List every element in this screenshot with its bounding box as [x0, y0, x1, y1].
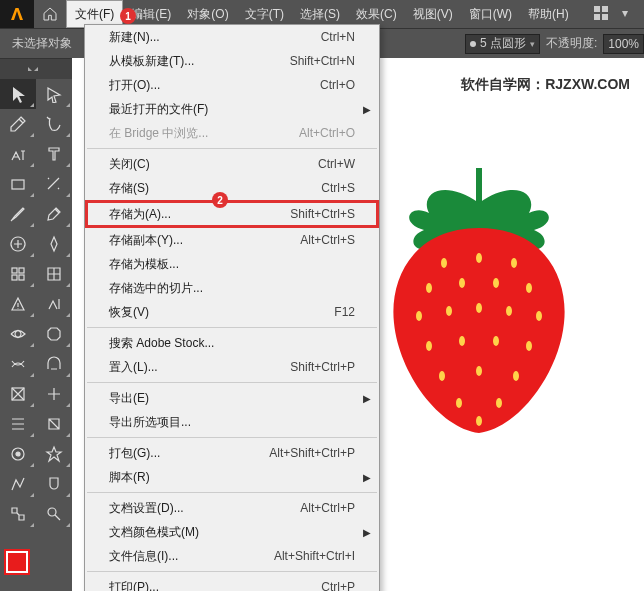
annotation-badge-1: 1: [120, 8, 136, 24]
svg-point-30: [476, 366, 482, 376]
svg-point-17: [459, 278, 465, 288]
menu-item-3[interactable]: 最近打开的文件(F)▶: [85, 97, 379, 121]
menu-item-27[interactable]: 打印(P)...Ctrl+P: [85, 575, 379, 591]
menu-item-4: 在 Bridge 中浏览...Alt+Ctrl+O: [85, 121, 379, 145]
stroke-profile-dropdown[interactable]: 5 点圆形 ▾: [465, 34, 540, 54]
svg-rect-6: [19, 268, 24, 273]
svg-rect-4: [12, 180, 24, 189]
menu-window[interactable]: 窗口(W): [461, 0, 520, 28]
app-logo-icon: [0, 0, 34, 28]
svg-rect-3: [602, 14, 608, 20]
home-icon[interactable]: [34, 0, 66, 28]
tool-22[interactable]: [0, 409, 36, 439]
tool-7[interactable]: [36, 169, 72, 199]
svg-point-20: [416, 311, 422, 321]
tool-14[interactable]: [0, 289, 36, 319]
svg-point-29: [439, 371, 445, 381]
opacity-label: 不透明度:: [546, 35, 597, 52]
tool-12[interactable]: [0, 259, 36, 289]
menu-item-8[interactable]: 存储为(A)...Shift+Ctrl+S: [85, 200, 379, 228]
tool-9[interactable]: [36, 199, 72, 229]
tool-27[interactable]: [36, 469, 72, 499]
menu-item-11[interactable]: 存储选中的切片...: [85, 276, 379, 300]
selection-status: 未选择对象: [12, 35, 72, 52]
tool-5[interactable]: [36, 139, 72, 169]
tool-15[interactable]: [36, 289, 72, 319]
svg-rect-2: [594, 14, 600, 20]
tool-29[interactable]: [36, 499, 72, 529]
svg-point-26: [459, 336, 465, 346]
tool-25[interactable]: [36, 439, 72, 469]
menu-item-17[interactable]: 导出(E)▶: [85, 386, 379, 410]
svg-point-31: [513, 371, 519, 381]
menu-item-9[interactable]: 存储副本(Y)...Alt+Ctrl+S: [85, 228, 379, 252]
tool-4[interactable]: [0, 139, 36, 169]
tool-8[interactable]: [0, 199, 36, 229]
tool-6[interactable]: [0, 169, 36, 199]
tool-17[interactable]: [36, 319, 72, 349]
fill-stroke-swatch[interactable]: [6, 551, 34, 579]
menu-item-10[interactable]: 存储为模板...: [85, 252, 379, 276]
svg-point-14: [476, 253, 482, 263]
menu-item-20[interactable]: 打包(G)...Alt+Shift+Ctrl+P: [85, 441, 379, 465]
tool-21[interactable]: [36, 379, 72, 409]
svg-point-22: [476, 303, 482, 313]
menu-item-12[interactable]: 恢复(V)F12: [85, 300, 379, 324]
watermark-text: 软件自学网：RJZXW.COM: [461, 76, 630, 94]
tool-11[interactable]: [36, 229, 72, 259]
annotation-badge-2: 2: [212, 192, 228, 208]
svg-point-18: [493, 278, 499, 288]
svg-point-27: [493, 336, 499, 346]
menu-item-14[interactable]: 搜索 Adobe Stock...: [85, 331, 379, 355]
svg-point-13: [441, 258, 447, 268]
svg-point-11: [16, 452, 20, 456]
svg-rect-8: [19, 275, 24, 280]
svg-point-24: [536, 311, 542, 321]
menu-item-18[interactable]: 导出所选项目...: [85, 410, 379, 434]
tool-18[interactable]: [0, 349, 36, 379]
tool-24[interactable]: [0, 439, 36, 469]
svg-point-21: [446, 306, 452, 316]
menu-item-1[interactable]: 从模板新建(T)...Shift+Ctrl+N: [85, 49, 379, 73]
menu-item-21[interactable]: 脚本(R)▶: [85, 465, 379, 489]
tool-26[interactable]: [0, 469, 36, 499]
menu-item-6[interactable]: 关闭(C)Ctrl+W: [85, 152, 379, 176]
svg-point-15: [511, 258, 517, 268]
svg-point-34: [476, 416, 482, 426]
tool-16[interactable]: [0, 319, 36, 349]
menu-item-2[interactable]: 打开(O)...Ctrl+O: [85, 73, 379, 97]
menu-item-0[interactable]: 新建(N)...Ctrl+N: [85, 25, 379, 49]
tool-0[interactable]: [0, 79, 36, 109]
canvas-artwork-strawberry: [384, 158, 574, 438]
tool-1[interactable]: [36, 79, 72, 109]
opacity-value-input[interactable]: 100%: [603, 34, 644, 54]
menu-item-24[interactable]: 文档颜色模式(M)▶: [85, 520, 379, 544]
tool-19[interactable]: [36, 349, 72, 379]
menu-help[interactable]: 帮助(H): [520, 0, 577, 28]
svg-point-32: [456, 398, 462, 408]
svg-rect-7: [12, 275, 17, 280]
menu-item-25[interactable]: 文件信息(I)...Alt+Shift+Ctrl+I: [85, 544, 379, 568]
file-menu-dropdown: 新建(N)...Ctrl+N从模板新建(T)...Shift+Ctrl+N打开(…: [84, 24, 380, 591]
menu-item-15[interactable]: 置入(L)...Shift+Ctrl+P: [85, 355, 379, 379]
svg-point-25: [426, 341, 432, 351]
tool-13[interactable]: [36, 259, 72, 289]
svg-point-16: [426, 283, 432, 293]
tool-28[interactable]: [0, 499, 36, 529]
tool-3[interactable]: [36, 109, 72, 139]
tool-20[interactable]: [0, 379, 36, 409]
tools-panel: [0, 58, 72, 591]
workspace-switcher[interactable]: ▾: [592, 4, 634, 22]
menu-view[interactable]: 视图(V): [405, 0, 461, 28]
tool-2[interactable]: [0, 109, 36, 139]
tool-10[interactable]: [0, 229, 36, 259]
menu-item-7[interactable]: 存储(S)Ctrl+S: [85, 176, 379, 200]
menu-item-23[interactable]: 文档设置(D)...Alt+Ctrl+P: [85, 496, 379, 520]
svg-point-33: [496, 398, 502, 408]
svg-rect-0: [594, 6, 600, 12]
tools-collapse-icon[interactable]: [0, 59, 72, 79]
svg-rect-5: [12, 268, 17, 273]
tool-23[interactable]: [36, 409, 72, 439]
svg-rect-1: [602, 6, 608, 12]
svg-point-28: [526, 341, 532, 351]
